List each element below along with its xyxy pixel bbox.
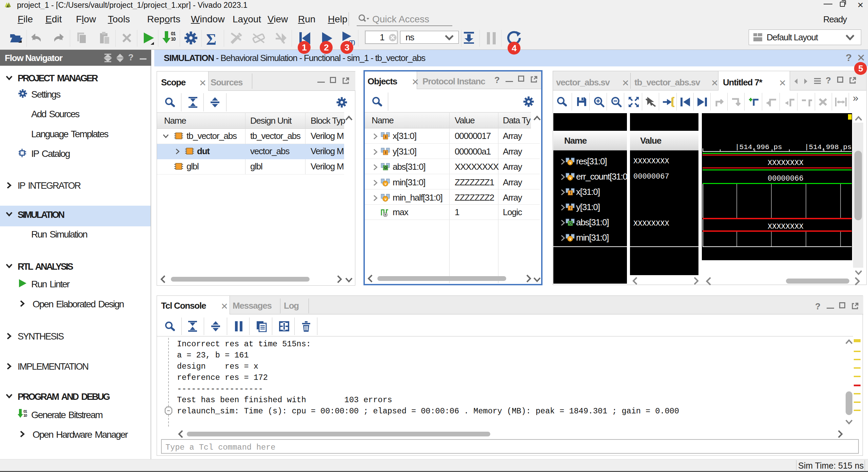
svg-text:10: 10 — [23, 413, 27, 417]
svg-text:10: 10 — [171, 36, 176, 42]
svg-text:01: 01 — [171, 31, 176, 36]
svg-text:01: 01 — [23, 409, 27, 413]
